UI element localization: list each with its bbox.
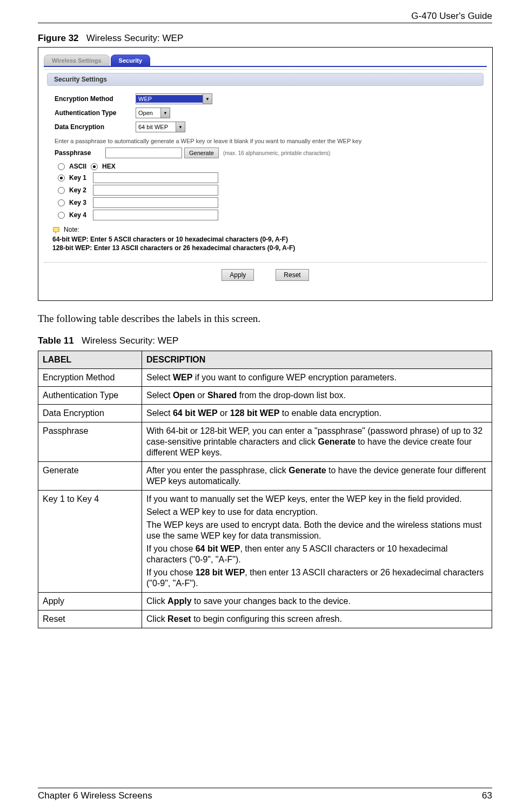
input-passphrase[interactable] [105, 147, 182, 158]
label-auth-type: Authentication Type [55, 109, 136, 117]
select-data-encryption[interactable]: 64 bit WEP ▼ [136, 122, 185, 132]
passphrase-hint: Enter a passphrase to automatically gene… [55, 138, 476, 144]
tab-security[interactable]: Security [111, 55, 150, 66]
footer-page-number: 63 [482, 790, 492, 801]
radio-key3[interactable] [58, 199, 65, 206]
label-key1: Key 1 [69, 174, 93, 182]
table-head-desc: DESCRIPTION [142, 351, 492, 369]
generate-button[interactable]: Generate [184, 147, 219, 158]
guide-title: G-470 User's Guide [411, 11, 492, 21]
radio-key2[interactable] [58, 187, 65, 194]
body-paragraph: The following table describes the labels… [38, 313, 492, 325]
passphrase-maxchars: (max. 16 alphanumeric, printable charact… [223, 150, 330, 156]
table-caption: Table 11 Wireless Security: WEP [38, 335, 492, 346]
table-row: Generate After you enter the passphrase,… [38, 462, 492, 491]
table-row: Key 1 to Key 4 If you want to manually s… [38, 491, 492, 593]
input-key1[interactable] [93, 172, 218, 183]
section-title: Security Settings [47, 73, 484, 86]
note-line-2: 128-bit WEP: Enter 13 ASCII characters o… [52, 244, 476, 252]
figure-title: Wireless Security: WEP [86, 33, 183, 43]
chevron-down-icon: ▼ [176, 122, 185, 132]
label-ascii: ASCII [69, 163, 86, 170]
note-line-1: 64-bit WEP: Enter 5 ASCII characters or … [52, 235, 476, 244]
label-key2: Key 2 [69, 186, 93, 194]
radio-key4[interactable] [58, 212, 65, 219]
radio-hex[interactable] [91, 163, 98, 170]
page-footer: Chapter 6 Wireless Screens 63 [38, 788, 492, 801]
footer-chapter: Chapter 6 Wireless Screens [38, 790, 152, 801]
label-data-encryption: Data Encryption [55, 123, 136, 131]
label-hex: HEX [102, 163, 116, 170]
screenshot-panel: Wireless Settings Security Security Sett… [38, 47, 493, 301]
table-row: Reset Click Reset to begin configuring t… [38, 610, 492, 628]
apply-button[interactable]: Apply [222, 269, 254, 281]
table-row: Passphrase With 64-bit or 128-bit WEP, y… [38, 422, 492, 462]
input-key3[interactable] [93, 197, 218, 208]
label-encryption-method: Encryption Method [55, 95, 136, 103]
table-row: Apply Click Apply to save your changes b… [38, 593, 492, 610]
table-row: Data Encryption Select 64 bit WEP or 128… [38, 405, 492, 422]
label-key4: Key 4 [69, 211, 93, 219]
chevron-down-icon: ▼ [160, 108, 170, 118]
radio-ascii[interactable] [58, 163, 65, 170]
description-table: LABEL DESCRIPTION Encryption Method Sele… [38, 351, 492, 628]
svg-marker-0 [53, 227, 59, 233]
select-auth-type[interactable]: Open ▼ [136, 108, 170, 118]
chevron-down-icon: ▼ [203, 94, 212, 104]
figure-label: Figure 32 [38, 33, 79, 43]
table-row: Encryption Method Select WEP if you want… [38, 369, 492, 387]
page-header: G-470 User's Guide [38, 11, 492, 23]
reset-button[interactable]: Reset [276, 269, 308, 281]
tab-wireless-settings[interactable]: Wireless Settings [44, 55, 110, 66]
radio-key1[interactable] [58, 175, 65, 182]
label-key3: Key 3 [69, 199, 93, 206]
label-passphrase: Passphrase [55, 149, 103, 157]
select-encryption-method[interactable]: WEP ▼ [136, 93, 212, 104]
table-title: Wireless Security: WEP [82, 335, 178, 346]
input-key4[interactable] [93, 210, 218, 220]
note-title: Note: [64, 226, 79, 233]
table-label: Table 11 [38, 335, 74, 346]
table-head-label: LABEL [38, 351, 142, 369]
note-icon [52, 226, 60, 234]
table-row: Authentication Type Select Open or Share… [38, 387, 492, 405]
input-key2[interactable] [93, 185, 218, 196]
figure-caption: Figure 32 Wireless Security: WEP [38, 33, 492, 44]
